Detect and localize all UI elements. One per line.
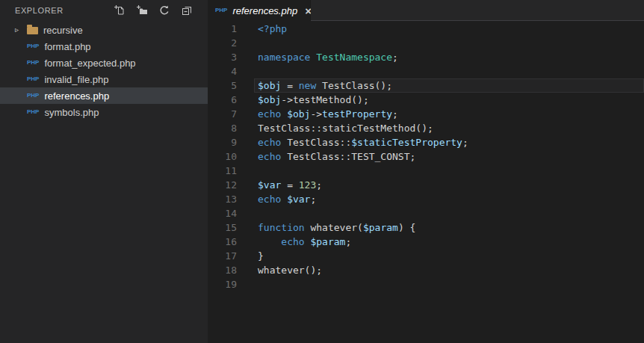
code-text: echo TestClass::$staticTestProperty; [258,135,468,149]
file-label: recursive [43,25,83,36]
code-editor[interactable]: 1<?php23namespace TestNamespace;45$obj =… [208,21,644,343]
token-var: $obj [258,80,281,91]
token-txt: ; [310,194,316,205]
code-line-1: 1<?php [208,22,644,36]
collapse-all-icon[interactable] [181,4,193,16]
token-kw: echo [258,137,281,148]
folder-icon [27,27,38,34]
explorer-header: EXPLORER [0,0,208,21]
token-txt: TestClass:: [281,137,351,148]
token-var: $obj [258,94,281,105]
php-file-icon: PHP [27,43,39,49]
file-row-invalid_file.php[interactable]: PHPinvalid_file.php [0,71,208,87]
token-var: $var [287,194,310,205]
token-kw: echo [258,151,281,162]
line-number: 6 [208,93,237,107]
token-num: 123 [299,179,316,191]
code-text: $obj->testMethod(); [258,93,369,107]
line-number: 14 [208,206,237,220]
file-label: invalid_file.php [44,74,108,85]
token-var: testProperty [322,108,392,120]
token-txt: TestClass(); [316,80,392,91]
php-file-icon: PHP [27,76,39,82]
token-txt: TestClass::staticTestMethod(); [258,123,433,134]
line-number: 16 [208,235,237,249]
new-folder-icon[interactable] [136,4,148,16]
code-line-17: 17} [208,249,644,263]
token-kw: echo [258,108,281,120]
code-line-18: 18whatever(); [208,263,644,277]
code-line-11: 11 [208,164,644,178]
code-line-10: 10echo TestClass::TEST_CONST; [208,149,644,164]
code-text: $obj = new TestClass(); [258,78,392,93]
php-file-icon: PHP [27,109,39,115]
token-txt: ; [462,137,468,148]
code-line-19: 19 [208,277,644,291]
token-kw: echo [281,236,304,247]
explorer-title: EXPLORER [15,6,114,15]
file-row-format_expected.php[interactable]: PHPformat_expected.php [0,55,208,71]
line-number: 17 [208,249,237,263]
line-number: 15 [208,220,237,235]
token-kw: new [299,80,316,91]
token-var: $var [258,179,281,191]
code-text: TestClass::staticTestMethod(); [258,121,433,135]
token-kw: function [258,222,305,233]
vscode-window: EXPLORER [0,0,644,343]
tab-references-php[interactable]: PHP references.php × [208,0,311,21]
token-var: $param [310,236,345,247]
code-text: namespace TestNamespace; [258,50,398,64]
php-file-icon: PHP [215,7,227,13]
token-txt: ; [392,108,398,120]
code-line-15: 15function whatever($param) { [208,220,644,235]
explorer-actions [114,4,193,16]
token-var: $param [363,222,398,233]
token-txt: ; [316,179,322,191]
line-number: 4 [208,64,237,78]
line-number: 13 [208,192,237,206]
file-row-format.php[interactable]: PHPformat.php [0,38,208,55]
token-txt: } [258,250,264,262]
code-line-6: 6$obj->testMethod(); [208,93,644,107]
token-txt: ; [392,52,398,63]
code-text: echo $obj->testProperty; [258,107,398,121]
line-number: 1 [208,22,237,36]
token-txt: ->testMethod(); [281,94,368,105]
token-txt [258,236,281,247]
code-line-9: 9echo TestClass::$staticTestProperty; [208,135,644,149]
code-line-4: 4 [208,64,644,78]
refresh-icon[interactable] [158,4,170,16]
token-txt: -> [310,108,322,120]
tab-label: references.php [232,5,297,16]
line-number: 7 [208,107,237,121]
token-var: $obj [287,108,310,120]
chevron-right-icon[interactable]: ▹ [15,26,27,34]
code-text: function whatever($param) { [258,220,415,235]
file-label: format_expected.php [44,58,135,69]
code-line-14: 14 [208,206,644,220]
file-row-symbols.php[interactable]: PHPsymbols.php [0,104,208,120]
line-number: 10 [208,149,237,164]
code-line-3: 3namespace TestNamespace; [208,50,644,64]
token-cls: TestNamespace [316,52,392,63]
file-row-recursive[interactable]: ▹recursive [0,22,208,38]
token-txt [281,108,287,120]
token-kw: <?php [258,23,287,34]
token-txt: whatever( [305,222,363,233]
token-var: $staticTestProperty [351,137,462,148]
code-line-16: 16 echo $param; [208,235,644,249]
line-number: 12 [208,178,237,192]
line-number: 3 [208,50,237,64]
file-label: references.php [44,90,109,102]
line-number: 2 [208,36,237,50]
file-row-references.php[interactable]: PHPreferences.php [0,87,208,104]
token-kw: namespace [258,52,310,63]
php-file-icon: PHP [27,60,39,66]
explorer-sidebar: EXPLORER [0,0,208,343]
code-line-7: 7echo $obj->testProperty; [208,107,644,121]
line-number: 19 [208,277,237,291]
code-text: $var = 123; [258,178,322,192]
token-txt: ) { [398,222,415,233]
code-line-13: 13echo $var; [208,192,644,206]
new-file-icon[interactable] [114,4,126,16]
